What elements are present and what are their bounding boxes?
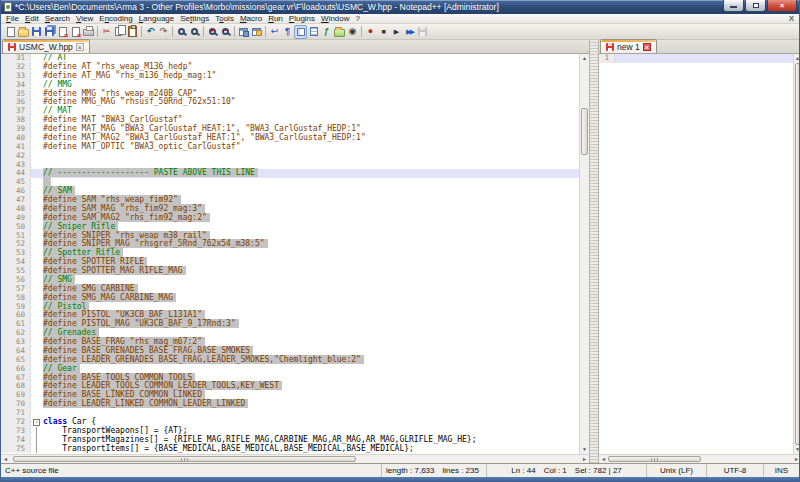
fold-margin [31,347,43,356]
code-line[interactable]: 75 TransportItems[] = {BASE_MEDICAL,BASE… [1,445,589,454]
code-line[interactable]: 70#define LEADER_LINKED COMMON_LEADER_LI… [1,400,589,409]
minimize-button[interactable] [723,0,744,12]
line-text: #define LEADER_LINKED COMMON_LEADER_LINK… [43,400,589,409]
menu-language[interactable]: Language [136,14,178,24]
copy-icon[interactable] [113,25,126,39]
scroll-left-arrow[interactable]: ◄ [1,455,10,463]
menu-run[interactable]: Run [265,14,286,24]
line-number[interactable]: 75 [1,445,31,454]
code-line[interactable]: 65#define LEADER_GRENADES BASE_FRAG,LEAD… [1,356,589,365]
macro-stop-icon[interactable]: ■ [377,25,390,39]
fold-collapse-icon[interactable]: - [31,418,43,427]
menu-plugins[interactable]: Plugins [286,14,318,24]
pane-splitter[interactable] [589,40,599,463]
cut-icon[interactable]: ✂ [100,25,113,39]
fold-margin [31,338,43,347]
find-icon[interactable] [175,25,188,39]
tab-bar-right: new 1× [599,40,800,54]
menu-file[interactable]: File [3,14,22,24]
folder-as-workspace-icon[interactable] [333,25,346,39]
document-map-icon[interactable] [307,25,320,39]
word-wrap-icon[interactable]: ↩ [268,25,281,39]
tab-usmc_w.hpp[interactable]: USMC_W.hpp× [2,39,90,53]
status-position-panel: Ln : 44 Col : 1 Sel : 782 | 27 [486,464,646,477]
code-token: #define SAM_MAG "rhs_fim92_mag:3" [43,204,205,213]
macro-save-icon[interactable] [416,25,429,39]
vertical-scrollbar-right[interactable]: ▲ ▼ [793,54,800,454]
close-button[interactable]: × [767,0,797,12]
zoom-in-icon[interactable] [206,25,219,39]
status-eol-format[interactable]: Unix (LF) [646,464,706,477]
horizontal-scroll-thumb[interactable] [608,456,701,462]
vertical-scroll-thumb[interactable] [581,108,588,155]
line-text: #define SMG_MAG CARBINE_MAG [43,294,589,303]
code-token: // Sniper Rifle [43,222,118,231]
menu-window[interactable]: Window [318,14,352,24]
document-close-icon[interactable]: X [789,14,794,23]
new-file-icon[interactable] [4,25,17,39]
indent-guide-icon[interactable] [294,25,307,39]
scroll-down-arrow[interactable]: ▼ [794,445,800,454]
menu-help[interactable]: ? [353,14,363,24]
print-icon[interactable] [82,25,95,39]
redo-icon[interactable]: ↷ [157,25,170,39]
sync-horizontal-icon[interactable] [250,25,263,39]
editor-right[interactable]: 1 [599,54,800,454]
menu-tools[interactable]: Tools [212,14,237,24]
macro-record-icon[interactable]: ● [364,25,377,39]
editor-pane-left: USMC_W.hpp× 31// AT32#define AT "rhs_wea… [1,40,589,463]
scroll-right-arrow[interactable]: ► [792,455,800,463]
scroll-up-arrow[interactable]: ▲ [580,54,589,63]
scroll-up-arrow[interactable]: ▲ [794,54,800,63]
menu-bar: FileEditSearchViewEncodingLanguageSettin… [1,14,799,24]
function-list-icon[interactable]: ƒ [320,25,333,39]
code-line[interactable]: 1 [599,54,800,63]
close-icon[interactable] [56,25,69,39]
show-all-characters-icon[interactable]: ¶ [281,25,294,39]
status-encoding[interactable]: UTF-8 [706,464,763,477]
vertical-scroll-thumb[interactable] [795,63,800,445]
monitoring-icon[interactable]: ◉ [346,25,359,39]
code-line[interactable]: 45 [1,178,589,187]
tab-close-icon[interactable]: × [643,43,651,51]
save-icon[interactable] [30,25,43,39]
tab-close-icon[interactable]: × [76,43,84,51]
menu-edit[interactable]: Edit [22,14,42,24]
fold-minus-box[interactable]: - [33,419,40,426]
scroll-down-arrow[interactable]: ▼ [580,445,589,454]
code-line[interactable]: 36#define MMG_MAG "rhsusf_50Rnd_762x51:1… [1,98,589,107]
code-line[interactable]: 58#define SMG_MAG CARBINE_MAG [1,294,589,303]
status-insert-mode[interactable]: INS [763,464,799,477]
replace-icon[interactable] [188,25,201,39]
open-file-icon[interactable] [17,25,30,39]
line-number[interactable]: 1 [599,54,615,63]
paste-icon[interactable] [126,25,139,39]
macro-run-multiple-icon[interactable]: ▶▶ [403,25,416,39]
editor-left[interactable]: 31// AT32#define AT "rhs_weap_M136_hedp"… [1,54,589,454]
scroll-left-arrow[interactable]: ◄ [599,455,608,463]
tab-new-1[interactable]: new 1× [600,39,657,53]
menu-encoding[interactable]: Encoding [96,14,135,24]
code-line[interactable]: 44// ------------------- PASTE ABOVE THI… [1,169,589,178]
scroll-right-arrow[interactable]: ► [580,455,589,463]
code-line[interactable]: 41#define MAT_OPTIC "BWA3_optic_CarlGust… [1,143,589,152]
code-line[interactable]: 33#define AT_MAG "rhs_m136_hedp_mag:1" [1,72,589,81]
maximize-button[interactable] [745,0,766,12]
horizontal-scroll-thumb[interactable] [13,456,356,462]
horizontal-scrollbar-left[interactable]: ◄ ► [1,454,589,463]
title-bar[interactable]: *C:\Users\Ben\Documents\Arma 3 - Other P… [1,0,799,14]
menu-macro[interactable]: Macro [237,14,265,24]
zoom-out-icon[interactable] [219,25,232,39]
macro-play-icon[interactable]: ▶ [390,25,403,39]
menu-settings[interactable]: Settings [177,14,212,24]
save-all-icon[interactable] [43,25,56,39]
close-all-icon[interactable] [69,25,82,39]
undo-icon[interactable]: ↶ [144,25,157,39]
vertical-scrollbar-left[interactable]: ▲ ▼ [579,54,589,454]
menu-search[interactable]: Search [42,14,73,24]
sync-vertical-icon[interactable] [237,25,250,39]
menu-view[interactable]: View [73,14,96,24]
code-line[interactable]: 55#define SPOTTER_MAG RIFLE_MAG [1,267,589,276]
horizontal-scrollbar-right[interactable]: ◄ ► [599,454,800,463]
code-line[interactable]: 42 [1,152,589,161]
